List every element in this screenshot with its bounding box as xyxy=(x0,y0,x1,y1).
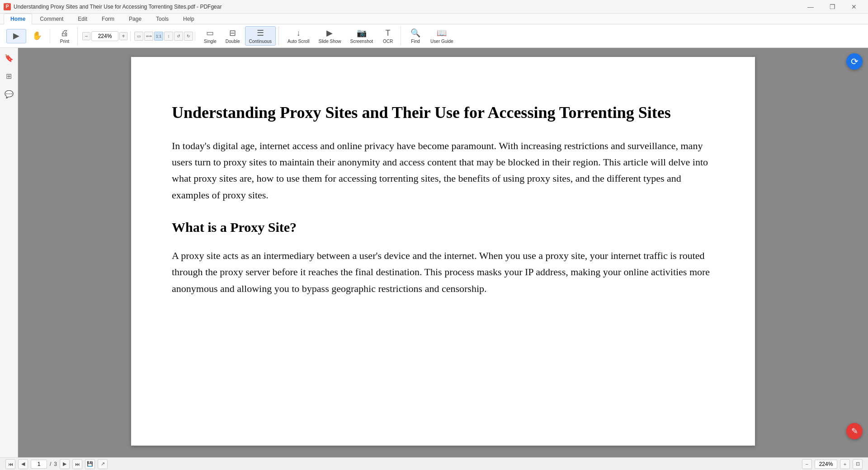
slide-show-label: Slide Show xyxy=(318,39,341,44)
float-action-button-blue[interactable]: ⟳ xyxy=(846,53,863,70)
ribbon: Home Comment Edit Form Page Tools Help ▶… xyxy=(0,14,868,48)
single-icon: ▭ xyxy=(206,28,214,38)
float-blue-icon: ⟳ xyxy=(851,56,859,67)
restore-button[interactable]: ❐ xyxy=(822,0,843,13)
toolbar-zoom-group: − + xyxy=(80,31,131,41)
double-icon: ⊟ xyxy=(229,28,236,38)
cursor-tool-button[interactable]: ▶ xyxy=(6,29,26,43)
page-number-input[interactable] xyxy=(31,460,47,469)
toolbar-help-group: 🔍 Find 📖 User Guide xyxy=(403,26,460,46)
tab-help[interactable]: Help xyxy=(176,14,201,24)
toolbar-select-group: ▶ ✋ xyxy=(4,29,50,43)
sidebar-item-pages[interactable]: ⊞ xyxy=(3,70,15,82)
first-page-button[interactable]: ⏮ xyxy=(5,459,15,469)
pdf-viewer[interactable]: ⟳ ✎ Understanding Proxy Sites and Their … xyxy=(18,48,868,457)
user-guide-button[interactable]: 📖 User Guide xyxy=(426,26,458,46)
pdf-title: Understanding Proxy Sites and Their Use … xyxy=(172,102,714,123)
zoom-in-bottom-button[interactable]: + xyxy=(840,459,850,469)
print-label: Print xyxy=(60,39,70,44)
next-page-button[interactable]: ▶ xyxy=(60,459,70,469)
float-action-button-red[interactable]: ✎ xyxy=(846,423,863,439)
ocr-icon: T xyxy=(386,28,391,38)
fit-height-button[interactable]: ↕ xyxy=(164,32,173,41)
bottom-left-controls: ⏮ ◀ / 3 ▶ ⏭ 💾 ↗ xyxy=(5,459,108,469)
close-button[interactable]: ✕ xyxy=(844,0,864,13)
app-icon: P xyxy=(4,3,11,10)
hand-icon: ✋ xyxy=(32,31,42,41)
pdf-paragraph-2: A proxy site acts as an intermediary bet… xyxy=(172,248,714,297)
pdf-heading-2: What is a Proxy Site? xyxy=(172,220,714,235)
title-bar: P Understanding Proxy Sites and Their Us… xyxy=(0,0,868,14)
double-label: Double xyxy=(226,39,240,44)
bottom-bar: ⏮ ◀ / 3 ▶ ⏭ 💾 ↗ − + ⊡ xyxy=(0,457,868,470)
toolbar-view-group: ↓ Auto Scroll ▶ Slide Show 📷 Screenshot … xyxy=(281,26,401,46)
page-separator: / xyxy=(50,461,51,467)
slide-show-icon: ▶ xyxy=(326,28,333,38)
continuous-icon: ☰ xyxy=(257,28,264,38)
save-button[interactable]: 💾 xyxy=(85,459,95,469)
hand-tool-button[interactable]: ✋ xyxy=(27,29,47,43)
find-button[interactable]: 🔍 Find xyxy=(406,26,425,46)
screenshot-icon: 📷 xyxy=(357,28,367,38)
prev-page-button[interactable]: ◀ xyxy=(18,459,28,469)
rotate-ccw-button[interactable]: ↺ xyxy=(174,32,183,41)
sidebar-item-comment[interactable]: 💬 xyxy=(3,88,15,100)
float-red-icon: ✎ xyxy=(851,426,858,436)
zoom-in-button[interactable]: + xyxy=(119,32,127,40)
find-label: Find xyxy=(411,39,420,44)
window-controls: — ❐ ✕ xyxy=(800,0,864,13)
sidebar: 🔖 ⊞ 💬 xyxy=(0,48,18,457)
single-view-button[interactable]: ▭ Single xyxy=(200,26,221,46)
fit-width-button[interactable]: ⟺ xyxy=(144,32,153,41)
find-icon: 🔍 xyxy=(410,28,420,38)
print-button[interactable]: 🖨 Print xyxy=(55,27,75,46)
toolbar-layout-group: ▭ Single ⊟ Double ☰ Continuous xyxy=(197,26,279,46)
sidebar-item-bookmark[interactable]: 🔖 xyxy=(3,52,15,64)
ribbon-tab-bar: Home Comment Edit Form Page Tools Help xyxy=(0,14,868,24)
rotate-cw-button[interactable]: ↻ xyxy=(184,32,193,41)
toolbar-page-view-group: ▭ ⟺ 1:1 ↕ ↺ ↻ xyxy=(132,32,195,41)
actual-size-button[interactable]: 1:1 xyxy=(154,32,163,41)
pdf-paragraph-1: In today's digital age, internet access … xyxy=(172,138,714,203)
cursor-icon: ▶ xyxy=(13,31,19,41)
auto-scroll-button[interactable]: ↓ Auto Scroll xyxy=(283,27,313,46)
screenshot-label: Screenshot xyxy=(350,39,373,44)
user-guide-label: User Guide xyxy=(430,39,453,44)
main-area: 🔖 ⊞ 💬 ⟳ ✎ Understanding Proxy Sites and … xyxy=(0,48,868,457)
user-guide-icon: 📖 xyxy=(437,28,447,38)
minimize-button[interactable]: — xyxy=(800,0,821,13)
window-title: Understanding Proxy Sites and Their Use … xyxy=(14,4,222,10)
bottom-right-controls: − + ⊡ xyxy=(802,459,863,469)
zoom-out-bottom-button[interactable]: − xyxy=(802,459,812,469)
toolbar-print-group: 🖨 Print xyxy=(52,27,78,46)
print-icon: 🖨 xyxy=(61,28,69,38)
screenshot-button[interactable]: 📷 Screenshot xyxy=(346,26,377,46)
auto-scroll-label: Auto Scroll xyxy=(288,39,309,44)
tab-page[interactable]: Page xyxy=(122,14,148,24)
total-pages: 3 xyxy=(54,461,57,467)
slide-show-button[interactable]: ▶ Slide Show xyxy=(314,26,345,46)
tab-home[interactable]: Home xyxy=(4,14,32,24)
ocr-button[interactable]: T OCR xyxy=(378,27,398,46)
auto-scroll-icon: ↓ xyxy=(297,28,301,38)
zoom-input[interactable] xyxy=(91,31,118,41)
ribbon-toolbar: ▶ ✋ 🖨 Print − + ▭ ⟺ 1:1 ↕ ↺ ↻ xyxy=(0,24,868,47)
zoom-out-button[interactable]: − xyxy=(82,32,90,40)
pdf-page: Understanding Proxy Sites and Their Use … xyxy=(131,57,755,446)
zoom-bottom-input[interactable] xyxy=(815,460,837,469)
continuous-label: Continuous xyxy=(249,39,272,44)
continuous-view-button[interactable]: ☰ Continuous xyxy=(245,26,276,46)
tab-tools[interactable]: Tools xyxy=(149,14,175,24)
fit-screen-button[interactable]: ⊡ xyxy=(853,459,863,469)
ocr-label: OCR xyxy=(383,39,393,44)
single-label: Single xyxy=(204,39,217,44)
tab-form[interactable]: Form xyxy=(95,14,121,24)
tab-comment[interactable]: Comment xyxy=(33,14,70,24)
last-page-button[interactable]: ⏭ xyxy=(72,459,82,469)
tab-edit[interactable]: Edit xyxy=(71,14,94,24)
title-bar-left: P Understanding Proxy Sites and Their Us… xyxy=(4,3,222,10)
share-button[interactable]: ↗ xyxy=(98,459,108,469)
fit-page-button[interactable]: ▭ xyxy=(134,32,143,41)
double-view-button[interactable]: ⊟ Double xyxy=(222,26,244,46)
